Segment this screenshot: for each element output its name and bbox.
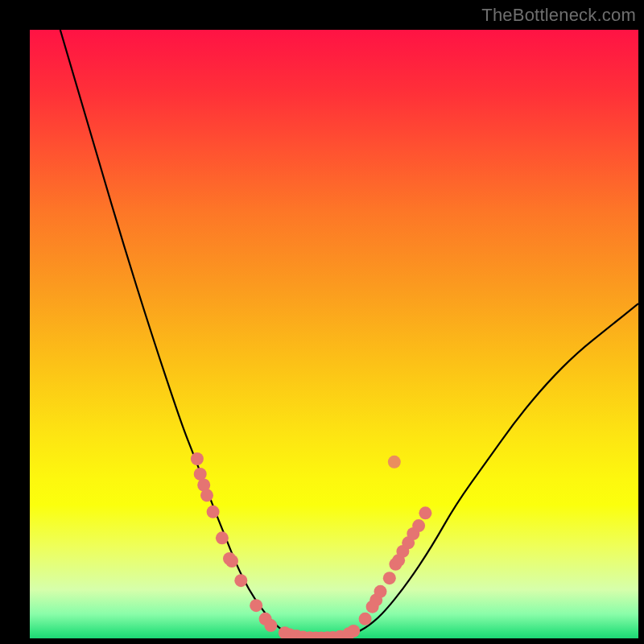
data-point — [225, 555, 238, 568]
data-point — [194, 468, 207, 481]
data-point — [374, 585, 387, 598]
data-point — [347, 625, 360, 638]
data-point — [207, 506, 220, 518]
app-frame: TheBottleneck.com — [0, 0, 644, 644]
data-point — [359, 613, 372, 625]
data-point — [191, 452, 204, 465]
data-point — [216, 531, 229, 544]
data-point — [412, 519, 425, 532]
data-point — [200, 489, 213, 502]
data-point — [234, 574, 247, 587]
bottleneck-curve-path — [60, 30, 638, 638]
data-point — [264, 619, 277, 632]
data-point — [383, 572, 396, 584]
watermark-label: TheBottleneck.com — [481, 5, 636, 26]
chart-area — [30, 30, 638, 638]
data-points-group — [191, 452, 432, 638]
data-point — [419, 506, 431, 519]
data-point — [250, 599, 262, 612]
data-point — [388, 456, 401, 469]
chart-svg — [30, 30, 638, 638]
